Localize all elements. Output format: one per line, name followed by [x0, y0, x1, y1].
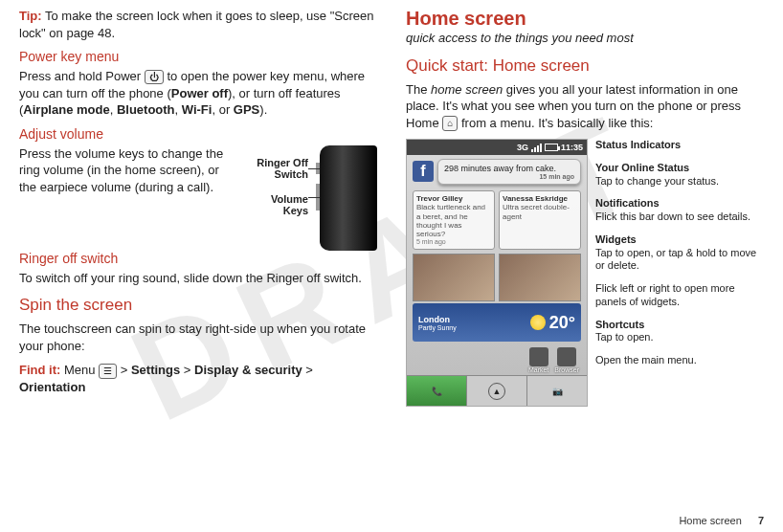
callouts: Status Indicators Your Online StatusTap …: [595, 139, 764, 407]
power-key-menu-heading: Power key menu: [19, 49, 377, 64]
phone-body: [320, 145, 377, 251]
widget-2[interactable]: Vanessa Eskridge Ultra secret double-age…: [499, 190, 581, 250]
dock: 📞 ▲ 📷: [407, 375, 587, 406]
callout-status-indicators: Status Indicators: [595, 139, 681, 150]
spin-screen-heading: Spin the screen: [19, 296, 377, 315]
ringer-off-switch-label: Ringer Off Switch: [253, 157, 308, 180]
right-column: Home screen quick access to the things y…: [406, 8, 764, 407]
app-drawer-button[interactable]: ▲: [467, 375, 526, 406]
callout-notifications-title: Notifications: [595, 197, 660, 209]
callout-online-status-title: Your Online Status: [595, 162, 689, 173]
callout-widgets-text: Tap to open, or tap & hold to move or de…: [595, 247, 756, 272]
status-age: 15 min ago: [444, 173, 574, 180]
page-footer: Home screen 7: [679, 515, 764, 526]
left-column: Tip: To make the screen lock when it goe…: [19, 8, 377, 407]
volume-keys-label: Volume Keys: [253, 193, 308, 216]
footer-page-number: 7: [758, 515, 764, 526]
home-icon: ⌂: [442, 116, 458, 131]
adjust-volume-text: Press the volume keys to change the ring…: [19, 145, 239, 196]
power-icon: ⏻: [145, 70, 164, 85]
tip-paragraph: Tip: To make the screen lock when it goe…: [19, 8, 377, 41]
ringer-off-switch-heading: Ringer off switch: [19, 251, 377, 266]
menu-icon: ☰: [99, 364, 117, 379]
callout-shortcuts-title: Shortcuts: [595, 319, 644, 330]
find-it-label: Find it:: [19, 363, 60, 377]
shortcut-browser[interactable]: Browser: [554, 347, 579, 373]
widget-1[interactable]: Trevor Gilley Black turtleneck and a ber…: [413, 190, 495, 250]
adjust-volume-heading: Adjust volume: [19, 126, 377, 142]
dialer-button[interactable]: 📞: [407, 375, 467, 406]
tip-label: Tip:: [19, 9, 42, 23]
spin-screen-text: The touchscreen can spin to stay right-s…: [19, 321, 377, 354]
status-widget[interactable]: 298 minutes away from cake. 15 min ago: [437, 159, 581, 185]
home-screen-title: Home screen: [406, 8, 764, 30]
home-screen-mock: 3G 11:35 f 298 minutes away from cake. 1…: [406, 139, 588, 407]
battery-icon: [545, 144, 558, 151]
quick-start-text: The home screen gives you all your lates…: [406, 81, 764, 132]
phone-side-illustration: Ringer Off Switch Volume Keys: [253, 145, 377, 251]
quick-start-heading: Quick start: Home screen: [406, 56, 764, 76]
phone-icon: 📞: [432, 387, 442, 396]
find-it-path: Find it: Menu ☰ > Settings > Display & s…: [19, 362, 377, 395]
callout-flick-panels: Flick left or right to open more panels …: [595, 282, 735, 307]
callout-widgets-title: Widgets: [595, 233, 637, 245]
callout-shortcuts-text: Tap to open.: [595, 331, 654, 343]
callout-online-status-text: Tap to change your status.: [595, 175, 719, 187]
shortcut-market[interactable]: Market: [528, 347, 548, 373]
clock: 11:35: [561, 143, 583, 152]
sun-icon: [530, 315, 546, 330]
signal-icon: [531, 144, 542, 152]
callout-notifications-text: Flick this bar down to see details.: [595, 211, 750, 222]
tip-text: To make the screen lock when it goes to …: [19, 9, 374, 40]
status-text: 298 minutes away from cake.: [444, 164, 574, 173]
photo-widget[interactable]: [413, 254, 581, 301]
camera-button[interactable]: 📷: [526, 375, 587, 406]
callout-main-menu: Open the main menu.: [595, 354, 697, 366]
drawer-icon: ▲: [488, 383, 505, 400]
status-bar[interactable]: 3G 11:35: [407, 140, 587, 155]
ringer-off-switch-text: To switch off your ring sound, slide dow…: [19, 270, 377, 287]
facebook-icon[interactable]: f: [413, 161, 434, 182]
weather-widget[interactable]: London Partly Sunny 20°: [413, 303, 581, 342]
footer-section: Home screen: [679, 515, 741, 526]
camera-icon: 📷: [552, 387, 563, 396]
network-indicator: 3G: [517, 143, 528, 152]
power-key-menu-text: Press and hold Power ⏻ to open the power…: [19, 68, 377, 119]
home-screen-subtitle: quick access to the things you need most: [406, 30, 764, 47]
